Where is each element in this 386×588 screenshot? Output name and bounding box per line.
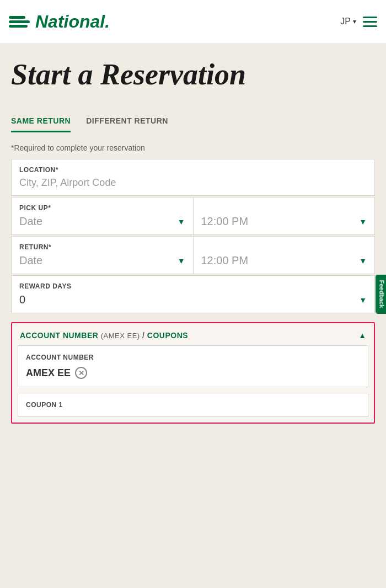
header-right: JP ▾: [340, 17, 377, 27]
reward-days-arrow: ▼: [359, 296, 367, 304]
pickup-date-value: Date: [19, 215, 42, 228]
header: National. JP ▾: [0, 0, 386, 43]
return-time-label: [201, 243, 367, 251]
location-field-group: LOCATION*: [11, 159, 375, 196]
return-time-value: 12:00 PM: [201, 254, 249, 267]
reservation-form: *Required to complete your reservation L…: [0, 132, 386, 435]
reward-days-select[interactable]: 0 ▼: [19, 293, 367, 306]
pickup-date-select[interactable]: Date ▼: [19, 215, 185, 228]
account-section-title: ACCOUNT NUMBER (AMEX EE) / COUPONS: [20, 331, 188, 340]
hero-section: Start a Reservation: [0, 43, 386, 102]
separator: /: [142, 331, 144, 340]
logo-text: National.: [35, 12, 110, 32]
lang-selector[interactable]: JP ▾: [340, 17, 356, 26]
lang-label: JP: [340, 17, 351, 26]
chevron-down-icon: ▾: [353, 18, 356, 25]
logo-waves: [9, 16, 30, 28]
return-time-col: 12:00 PM ▼: [194, 237, 375, 274]
pickup-date-arrow: ▼: [178, 217, 185, 226]
return-date-arrow: ▼: [178, 256, 185, 265]
feedback-tab[interactable]: Feedback: [376, 275, 386, 314]
reservation-tabs: SAME RETURN DIFFERENT RETURN: [0, 102, 386, 132]
return-time-select[interactable]: 12:00 PM ▼: [201, 254, 367, 267]
account-number-title: ACCOUNT NUMBER: [20, 331, 98, 340]
pickup-time-label: [201, 204, 367, 212]
amex-badge: AMEX EE ✕: [26, 367, 87, 379]
pickup-time-select[interactable]: 12:00 PM ▼: [201, 215, 367, 228]
chevron-up-icon: ▲: [358, 331, 366, 340]
return-row: RETURN* Date ▼ 12:00 PM ▼: [11, 236, 375, 274]
coupons-title: COUPONS: [147, 331, 188, 340]
coupon1-label: COUPON 1: [26, 401, 360, 409]
account-section-toggle[interactable]: ACCOUNT NUMBER (AMEX EE) / COUPONS ▲: [12, 323, 374, 345]
pickup-label: PICK UP*: [19, 204, 185, 212]
page-title: Start a Reservation: [11, 58, 375, 91]
pickup-date-col: PICK UP* Date ▼: [12, 197, 194, 234]
return-date-select[interactable]: Date ▼: [19, 254, 185, 267]
feedback-label: Feedback: [379, 280, 385, 308]
tab-different-return[interactable]: DIFFERENT RETURN: [86, 111, 168, 132]
pickup-time-value: 12:00 PM: [201, 215, 249, 228]
amex-ee-label: (AMEX EE): [101, 332, 140, 340]
reward-days-value: 0: [19, 293, 25, 306]
pickup-row: PICK UP* Date ▼ 12:00 PM ▼: [11, 197, 375, 235]
return-date-col: RETURN* Date ▼: [12, 237, 194, 274]
location-input[interactable]: [19, 177, 367, 189]
tab-same-return[interactable]: SAME RETURN: [11, 111, 71, 132]
amex-value: AMEX EE: [26, 367, 71, 379]
account-number-inner-label: ACCOUNT NUMBER: [26, 354, 360, 361]
amex-clear-button[interactable]: ✕: [75, 367, 87, 379]
location-label: LOCATION*: [19, 166, 367, 174]
account-number-inner: ACCOUNT NUMBER AMEX EE ✕: [18, 345, 368, 387]
reward-days-row: REWARD DAYS 0 ▼: [11, 275, 375, 313]
pickup-time-arrow: ▼: [359, 217, 367, 226]
location-field-box: LOCATION*: [12, 159, 374, 195]
pickup-time-col: 12:00 PM ▼: [194, 197, 375, 234]
reward-days-label: REWARD DAYS: [19, 282, 367, 290]
account-section: ACCOUNT NUMBER (AMEX EE) / COUPONS ▲ ACC…: [11, 322, 375, 424]
coupon1-box: COUPON 1: [18, 393, 368, 417]
hamburger-menu-button[interactable]: [363, 17, 377, 27]
return-label: RETURN*: [19, 243, 185, 251]
return-date-value: Date: [19, 254, 42, 267]
return-time-arrow: ▼: [359, 256, 367, 265]
required-note: *Required to complete your reservation: [11, 132, 375, 159]
logo[interactable]: National.: [9, 12, 110, 32]
